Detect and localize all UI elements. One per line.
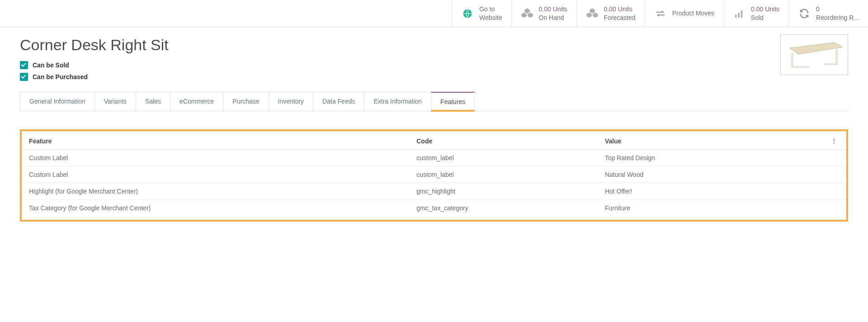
stat-line1: Go to [479,5,502,13]
cell-code: gmc_tax_category [409,200,598,217]
table-row[interactable]: Custom Labelcustom_labelNatural Wood [22,166,846,183]
features-table-highlight: Feature Code Value ⋮ Custom Labelcustom_… [20,129,848,222]
checkbox-icon [20,73,28,81]
tab-general-information[interactable]: General Information [20,92,95,111]
cell-code: custom_label [409,166,598,183]
stat-value: 0.00 Units [604,5,636,13]
svg-rect-6 [835,47,838,65]
checkbox-icon [20,61,28,69]
stat-label: Reordering R... [816,14,859,22]
checkbox-can-be-sold[interactable]: Can be Sold [20,61,848,69]
cell-value: Furniture [598,200,782,217]
tab-inventory[interactable]: Inventory [269,92,314,111]
stat-value: 0 [816,5,859,13]
svg-rect-7 [791,66,809,68]
stat-sold[interactable]: 0.00 Units Sold [723,0,788,27]
table-row[interactable]: Custom Labelcustom_labelTop Rated Design [22,150,846,166]
stat-value: 0.00 Units [751,5,779,13]
tab-sales[interactable]: Sales [136,92,170,111]
stat-go-to-website[interactable]: Go to Website [452,0,511,27]
col-code[interactable]: Code [409,133,598,150]
svg-rect-2 [738,13,740,18]
globe-icon [461,7,474,20]
col-feature[interactable]: Feature [22,133,409,150]
stat-label: Forecasted [604,14,636,22]
cell-feature: Tax Category (for Google Merchant Center… [22,200,409,217]
cell-feature: Custom Label [22,166,409,183]
cell-feature: Custom Label [22,150,409,166]
features-table: Feature Code Value ⋮ Custom Labelcustom_… [22,133,846,216]
stat-label: Sold [751,14,779,22]
cell-empty [782,150,846,166]
exchange-icon [654,7,667,20]
tab-data-feeds[interactable]: Data Feeds [313,92,364,111]
svg-rect-8 [824,63,838,65]
product-image[interactable] [780,34,848,75]
table-row[interactable]: Tax Category (for Google Merchant Center… [22,200,846,217]
product-form: Corner Desk Right Sit Can be Sold Can be… [0,27,868,111]
product-title: Corner Desk Right Sit [20,36,848,54]
stat-on-hand[interactable]: 0.00 Units On Hand [511,0,576,27]
svg-rect-1 [735,14,737,17]
checkbox-can-be-purchased[interactable]: Can be Purchased [20,73,848,81]
desk-icon [785,39,844,71]
checkbox-label: Can be Purchased [33,73,88,80]
stat-forecasted[interactable]: 0.00 Units Forecasted [576,0,645,27]
stat-label: Product Moves [672,9,714,17]
svg-rect-5 [791,52,793,68]
stat-reordering-rules[interactable]: 0 Reordering R... [788,0,868,27]
stat-value: 0.00 Units [539,5,567,13]
tab-ecommerce[interactable]: eCommerce [170,92,223,111]
svg-rect-3 [741,10,743,17]
cell-code: gmc_highlight [409,183,598,200]
stat-bar: Go to Website 0.00 Units On Hand 0.00 Un… [0,0,868,27]
boxes-icon [521,7,533,20]
boxes-icon [586,7,599,20]
cell-feature: Highlight (for Google Merchant Center) [22,183,409,200]
tab-extra-information[interactable]: Extra Information [364,92,431,111]
tab-purchase[interactable]: Purchase [223,92,269,111]
tab-variants[interactable]: Variants [94,92,136,111]
stat-line2: Website [479,14,502,22]
cell-code: custom_label [409,150,598,166]
stat-label: On Hand [539,14,567,22]
cell-empty [782,200,846,217]
col-options[interactable]: ⋮ [782,133,846,150]
kebab-icon: ⋮ [831,137,837,145]
checkbox-label: Can be Sold [33,62,69,69]
table-row[interactable]: Highlight (for Google Merchant Center)gm… [22,183,846,200]
cell-empty [782,166,846,183]
stat-product-moves[interactable]: Product Moves [645,0,723,27]
cell-value: Top Rated Design [598,150,782,166]
bars-icon [733,7,745,20]
tab-bar: General InformationVariantsSaleseCommerc… [20,92,848,111]
refresh-icon [798,7,811,20]
cell-value: Natural Wood [598,166,782,183]
svg-marker-4 [789,43,843,54]
cell-empty [782,183,846,200]
col-value[interactable]: Value [598,133,782,150]
tab-features[interactable]: Features [431,92,475,111]
cell-value: Hot Offer! [598,183,782,200]
